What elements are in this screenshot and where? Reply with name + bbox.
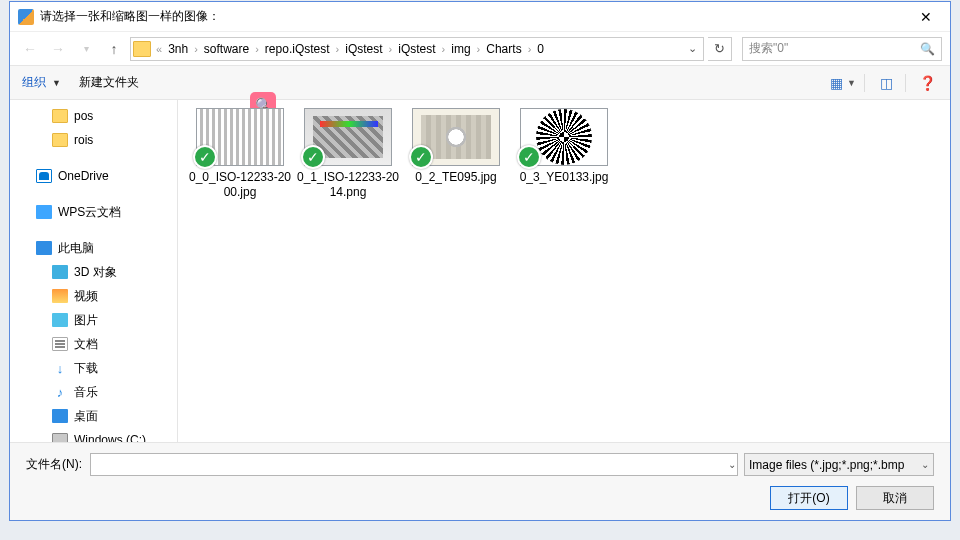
address-bar[interactable]: « 3nh› software› repo.iQstest› iQstest› … [130, 37, 704, 61]
sidebar: posroisOneDriveWPS云文档此电脑3D 对象视频图片文档↓下载♪音… [10, 100, 178, 442]
sidebar-item[interactable]: 视频 [10, 284, 177, 308]
sidebar-item-label: 文档 [74, 336, 98, 353]
sidebar-item[interactable]: 此电脑 [10, 236, 177, 260]
sidebar-item[interactable]: ♪音乐 [10, 380, 177, 404]
sidebar-item-label: 下载 [74, 360, 98, 377]
breadcrumb-item[interactable]: repo.iQstest [260, 42, 335, 56]
new-folder-button[interactable]: 新建文件夹 [79, 74, 139, 91]
file-label: 0_1_ISO-12233-2014.png [294, 170, 402, 200]
window-title: 请选择一张和缩略图一样的图像： [40, 8, 904, 25]
filter-label: Image files (*.jpg;*.png;*.bmp [749, 458, 904, 472]
breadcrumb-item[interactable]: iQstest [393, 42, 440, 56]
file-label: 0_3_YE0133.jpg [510, 170, 618, 185]
file-open-dialog: 请选择一张和缩略图一样的图像： ✕ ← → ▾ ↑ « 3nh› softwar… [9, 1, 951, 521]
sidebar-item[interactable]: WPS云文档 [10, 200, 177, 224]
sidebar-item-label: 音乐 [74, 384, 98, 401]
close-button[interactable]: ✕ [904, 3, 948, 31]
checkmark-icon: ✓ [409, 145, 433, 169]
sidebar-item-icon [52, 433, 68, 442]
checkmark-icon: ✓ [301, 145, 325, 169]
sidebar-item-label: 此电脑 [58, 240, 94, 257]
sidebar-item[interactable]: rois [10, 128, 177, 152]
sidebar-item-icon [52, 133, 68, 147]
breadcrumb-item[interactable]: img [446, 42, 475, 56]
sidebar-item-icon [52, 289, 68, 303]
path-dropdown-icon[interactable]: ⌄ [683, 42, 701, 55]
checkmark-icon: ✓ [517, 145, 541, 169]
help-icon[interactable]: ❓ [916, 72, 938, 94]
file-thumbnail: ✓ [304, 108, 392, 166]
main-row: posroisOneDriveWPS云文档此电脑3D 对象视频图片文档↓下载♪音… [10, 100, 950, 442]
sidebar-item[interactable]: pos [10, 104, 177, 128]
sidebar-item-icon [52, 337, 68, 351]
sidebar-item[interactable]: 3D 对象 [10, 260, 177, 284]
titlebar: 请选择一张和缩略图一样的图像： ✕ [10, 2, 950, 32]
chevron-down-icon: ⌄ [921, 459, 929, 470]
sidebar-item-icon [36, 169, 52, 183]
folder-icon [133, 41, 151, 57]
cancel-button[interactable]: 取消 [856, 486, 934, 510]
sidebar-item-label: 视频 [74, 288, 98, 305]
sidebar-item-icon [36, 205, 52, 219]
search-icon: 🔍 [920, 42, 935, 56]
file-item[interactable]: ✓0_2_TE095.jpg [406, 108, 506, 200]
sidebar-item-label: rois [74, 133, 93, 147]
view-thumbnails-icon[interactable]: ▦ [825, 72, 847, 94]
sidebar-item-icon: ♪ [52, 385, 68, 399]
open-button[interactable]: 打开(O) [770, 486, 848, 510]
search-input[interactable]: 搜索"0" 🔍 [742, 37, 942, 61]
sidebar-item[interactable]: 桌面 [10, 404, 177, 428]
breadcrumb-item[interactable]: iQstest [340, 42, 387, 56]
app-icon [18, 9, 34, 25]
filetype-filter[interactable]: Image files (*.jpg;*.png;*.bmp ⌄ [744, 453, 934, 476]
file-thumbnail: ✓ [412, 108, 500, 166]
file-label: 0_2_TE095.jpg [402, 170, 510, 185]
sidebar-item-label: 图片 [74, 312, 98, 329]
breadcrumb-item[interactable]: Charts [481, 42, 526, 56]
filename-input[interactable] [90, 453, 738, 476]
sidebar-item-label: 3D 对象 [74, 264, 117, 281]
file-label: 0_0_ISO-12233-2000.jpg [186, 170, 294, 200]
recent-dropdown[interactable]: ▾ [74, 37, 98, 61]
file-item[interactable]: ✓0_1_ISO-12233-2014.png [298, 108, 398, 200]
toolbar: 组织 ▼ 新建文件夹 ▦ ▼ ◫ ❓ [10, 66, 950, 100]
checkmark-icon: ✓ [193, 145, 217, 169]
chevron-down-icon: ▼ [52, 78, 61, 88]
forward-button[interactable]: → [46, 37, 70, 61]
up-button[interactable]: ↑ [102, 37, 126, 61]
sidebar-item-icon: ↓ [52, 361, 68, 375]
sidebar-item[interactable]: Windows (C:) [10, 428, 177, 442]
breadcrumb-item[interactable]: 3nh [163, 42, 193, 56]
breadcrumb-item[interactable]: 0 [532, 42, 549, 56]
sidebar-item-label: WPS云文档 [58, 204, 121, 221]
sidebar-item[interactable]: OneDrive [10, 164, 177, 188]
file-thumbnail: ✓ [196, 108, 284, 166]
sidebar-item[interactable]: 文档 [10, 332, 177, 356]
organize-menu[interactable]: 组织 [22, 74, 46, 91]
footer: 文件名(N): ⌄ Image files (*.jpg;*.png;*.bmp… [10, 442, 950, 520]
refresh-button[interactable]: ↻ [708, 37, 732, 61]
sidebar-item[interactable]: 图片 [10, 308, 177, 332]
sidebar-item-label: pos [74, 109, 93, 123]
filename-label: 文件名(N): [26, 456, 82, 473]
file-item[interactable]: ✓0_3_YE0133.jpg [514, 108, 614, 200]
sidebar-item-icon [52, 409, 68, 423]
breadcrumb-item[interactable]: software [199, 42, 254, 56]
sidebar-item-icon [52, 109, 68, 123]
navigation-row: ← → ▾ ↑ « 3nh› software› repo.iQstest› i… [10, 32, 950, 66]
preview-pane-icon[interactable]: ◫ [875, 72, 897, 94]
sidebar-item-label: Windows (C:) [74, 433, 146, 442]
sidebar-item-label: 桌面 [74, 408, 98, 425]
sidebar-item-icon [52, 313, 68, 327]
file-thumbnail: ✓ [520, 108, 608, 166]
sidebar-item[interactable]: ↓下载 [10, 356, 177, 380]
sidebar-item-label: OneDrive [58, 169, 109, 183]
file-list: 🔍 ✓0_0_ISO-12233-2000.jpg✓0_1_ISO-12233-… [178, 100, 950, 442]
sidebar-item-icon [36, 241, 52, 255]
file-item[interactable]: ✓0_0_ISO-12233-2000.jpg [190, 108, 290, 200]
sidebar-item-icon [52, 265, 68, 279]
back-button[interactable]: ← [18, 37, 42, 61]
search-placeholder: 搜索"0" [749, 40, 920, 57]
